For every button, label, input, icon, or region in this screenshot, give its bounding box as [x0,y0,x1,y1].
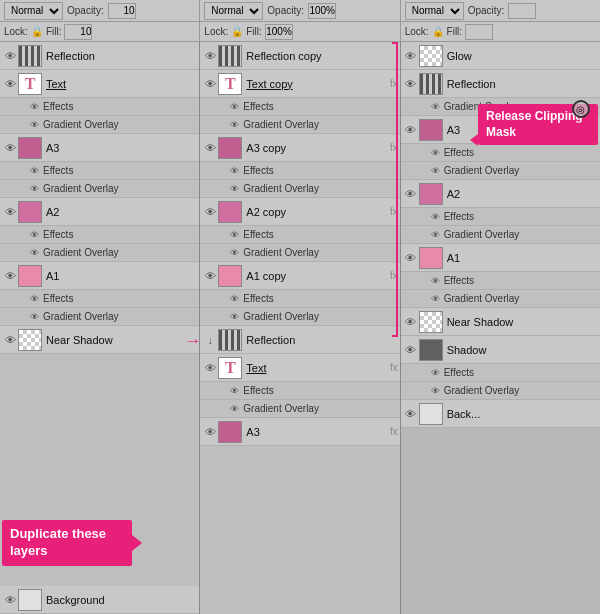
opacity-input-2[interactable] [308,3,336,19]
blend-mode-3[interactable]: Normal [405,2,464,20]
eye-near-shadow-right[interactable]: 👁 [403,308,419,336]
layer-name-glow: Glow [447,50,598,62]
thumb-glow [419,45,443,67]
layer-name-a3-copy: A3 copy [246,142,388,154]
opacity-label-2: Opacity: [267,5,304,16]
layer-a3-copy[interactable]: 👁 A3 copy fx [200,134,399,162]
blend-mode-2[interactable]: Normal [204,2,263,20]
eye-glow[interactable]: 👁 [403,42,419,70]
layer-text-mid[interactable]: 👁 T Text fx [200,354,399,382]
panel1-top: Normal Opacity: [0,0,200,21]
fill-input-3[interactable] [465,24,493,40]
fill-label-1: Fill: [46,26,62,37]
fx-badge-a1-copy: fx [390,270,398,281]
panels-container: 👁 Reflection 👁 T Text 👁 Effects 👁 Gradie… [0,42,600,614]
sub-gradient-a2: 👁 Gradient Overlay [0,244,199,262]
lock-section-3: Lock: 🔒 Fill: [401,22,600,41]
fx-badge-a2-copy: fx [390,206,398,217]
sub-effects-a1: 👁 Effects [0,290,199,308]
layer-reflection-copy[interactable]: 👁 Reflection copy [200,42,399,70]
fill-input-2[interactable] [265,24,293,40]
thumb-text-mid: T [218,357,242,379]
layer-a1-right[interactable]: 👁 A1 [401,244,600,272]
layer-name-a2-copy: A2 copy [246,206,388,218]
eye-shadow-right[interactable]: 👁 [403,336,419,364]
layer-a1-copy[interactable]: 👁 A1 copy fx [200,262,399,290]
eye-a1[interactable]: 👁 [2,262,18,290]
sub-effects-text-copy: 👁 Effects [200,98,399,116]
layer-reflection-right[interactable]: 👁 Reflection [401,70,600,98]
layer-name-a3: A3 [46,142,197,154]
lock-label-1: Lock: [4,26,28,37]
layer-near-shadow[interactable]: 👁 Near Shadow → [0,326,199,354]
thumb-a3-right [419,119,443,141]
callout-duplicate: Duplicate these layers [2,520,132,566]
sub-gradient-a3-copy: 👁 Gradient Overlay [200,180,399,198]
layer-reflection-mid[interactable]: ↓ Reflection [200,326,399,354]
layer-name-near-shadow-right: Near Shadow [447,316,598,328]
layer-name-reflection-mid: Reflection [246,334,397,346]
eye-near-shadow[interactable]: 👁 [2,326,18,354]
eye-a3[interactable]: 👁 [2,134,18,162]
eye-reflection[interactable]: 👁 [2,42,18,70]
eye-a2-copy[interactable]: 👁 [202,198,218,226]
eye-reflection-copy[interactable]: 👁 [202,42,218,70]
eye-reflection-right[interactable]: 👁 [403,70,419,98]
eye-reflection-mid[interactable]: ↓ [202,326,218,354]
layer-a2-right[interactable]: 👁 A2 [401,180,600,208]
callout-arrow [132,535,142,551]
eye-bg-right[interactable]: 👁 [403,400,419,428]
layer-text-copy[interactable]: 👁 T Text copy fx [200,70,399,98]
sub-effects-a1-right: 👁 Effects [401,272,600,290]
eye-a1-copy[interactable]: 👁 [202,262,218,290]
eye-a1-right[interactable]: 👁 [403,244,419,272]
layer-glow[interactable]: 👁 Glow [401,42,600,70]
eye-a3-mid[interactable]: 👁 [202,418,218,446]
lock-bar: Lock: 🔒 Fill: Lock: 🔒 Fill: Lock: 🔒 Fill… [0,22,600,42]
eye-a2-right[interactable]: 👁 [403,180,419,208]
left-panel: 👁 Reflection 👁 T Text 👁 Effects 👁 Gradie… [0,42,200,614]
layer-a1[interactable]: 👁 A1 [0,262,199,290]
eye-text-mid[interactable]: 👁 [202,354,218,382]
layer-name-background: Background [46,594,197,606]
thumb-reflection [18,45,42,67]
lock-section-2: Lock: 🔒 Fill: [200,22,400,41]
layer-background[interactable]: 👁 Background [0,586,199,614]
circle-pointer: ◎ [572,100,590,118]
layer-a3-mid[interactable]: 👁 A3 fx [200,418,399,446]
eye-a3-right[interactable]: 👁 [403,116,419,144]
layer-name-a1: A1 [46,270,197,282]
fill-label-2: Fill: [246,26,262,37]
thumb-near-shadow-right [419,311,443,333]
layer-name-a2-right: A2 [447,188,598,200]
thumb-text: T [18,73,42,95]
sub-effects-a2-copy: 👁 Effects [200,226,399,244]
layer-a2[interactable]: 👁 A2 [0,198,199,226]
eye-background[interactable]: 👁 [2,586,18,614]
opacity-label-1: Opacity: [67,5,104,16]
right-panel: Release Clipping Mask ◎ ↓ 👁 Glow 👁 Refle… [401,42,600,614]
opacity-label-3: Opacity: [468,5,505,16]
sub-gradient-text-mid: 👁 Gradient Overlay [200,400,399,418]
eye-text[interactable]: 👁 [2,70,18,98]
sub-gradient-a1-copy: 👁 Gradient Overlay [200,308,399,326]
layer-name-near-shadow: Near Shadow [46,334,197,346]
layer-a3[interactable]: 👁 A3 [0,134,199,162]
eye-a3-copy[interactable]: 👁 [202,134,218,162]
thumb-text-copy: T [218,73,242,95]
eye-a2[interactable]: 👁 [2,198,18,226]
thumb-a1 [18,265,42,287]
layer-text[interactable]: 👁 T Text [0,70,199,98]
opacity-input-3[interactable] [508,3,536,19]
layer-reflection[interactable]: 👁 Reflection [0,42,199,70]
fx-badge-a3-copy: fx [390,142,398,153]
thumb-a1-copy [218,265,242,287]
layer-a2-copy[interactable]: 👁 A2 copy fx [200,198,399,226]
blend-mode-1[interactable]: Normal [4,2,63,20]
eye-text-copy[interactable]: 👁 [202,70,218,98]
fill-input-1[interactable] [64,24,92,40]
opacity-input-1[interactable] [108,3,136,19]
layer-bg-right[interactable]: 👁 Back... [401,400,600,428]
layer-near-shadow-right[interactable]: 👁 Near Shadow [401,308,600,336]
layer-shadow-right[interactable]: 👁 Shadow [401,336,600,364]
